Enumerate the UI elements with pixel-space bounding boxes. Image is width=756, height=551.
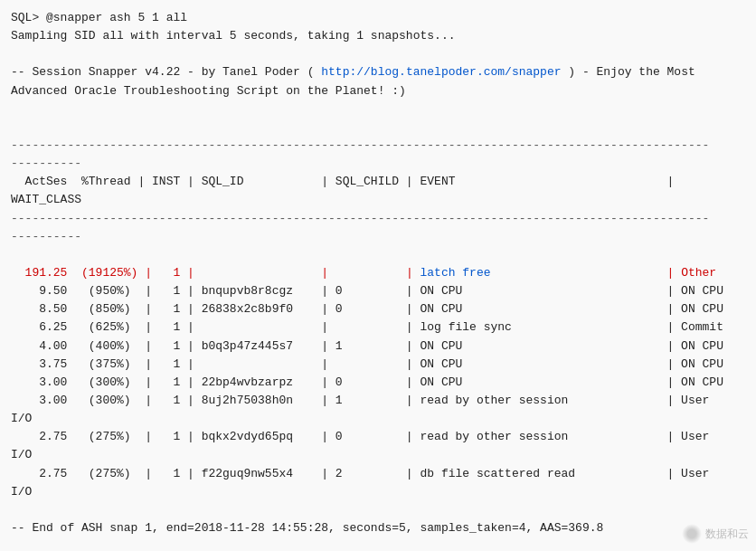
table-header-2: WAIT_CLASS	[11, 191, 745, 209]
pct-highlight: (19125%)	[81, 266, 137, 280]
data-row-10: 2.75 (275%) | 1 | f22guq9nw55x4 | 2 | db…	[11, 465, 745, 483]
table-header-1: ActSes %Thread | INST | SQL_ID | SQL_CHI…	[11, 173, 745, 191]
data-row-3: 8.50 (850%) | 1 | 26838x2c8b9f0 | 0 | ON…	[11, 300, 745, 318]
blank-line-3	[11, 119, 745, 137]
sampling-line: Sampling SID all with interval 5 seconds…	[11, 27, 745, 45]
footer-line: -- End of ASH snap 1, end=2018-11-28 14:…	[11, 519, 745, 537]
blank-line-1	[11, 45, 745, 63]
data-row-7: 3.00 (300%) | 1 | 22bp4wvbzarpz | 0 | ON…	[11, 374, 745, 392]
data-row-1: 191.25 (19125%) | 1 | | | latch free | O…	[11, 264, 745, 282]
data-row-8: 3.00 (300%) | 1 | 8uj2h75038h0n | 1 | re…	[11, 392, 745, 410]
cmd-line: SQL> @snapper ash 5 1 all	[11, 9, 745, 27]
separator-4: ----------	[11, 228, 745, 246]
url-link: http://blog.tanelpoder.com/snapper	[321, 65, 561, 79]
watermark-logo	[682, 524, 702, 544]
data-row-2: 9.50 (950%) | 1 | bnqupvb8r8cgz | 0 | ON…	[11, 282, 745, 300]
blank-line-4	[11, 246, 745, 264]
data-row-10b: I/O	[11, 483, 745, 501]
data-row-9b: I/O	[11, 446, 745, 464]
banner-line-2: Advanced Oracle Troubleshooting Script o…	[11, 82, 745, 100]
data-row-6: 3.75 (375%) | 1 | | | ON CPU | ON CPU	[11, 356, 745, 374]
data-row-8b: I/O	[11, 410, 745, 428]
terminal-window: SQL> @snapper ash 5 1 all Sampling SID a…	[0, 0, 756, 551]
data-row-4: 6.25 (625%) | 1 | | | log file sync | Co…	[11, 318, 745, 337]
separator-2: ----------	[11, 155, 745, 173]
blank-line-5	[11, 501, 745, 519]
watermark-text: 数据和云	[705, 527, 749, 542]
event-latch-free: latch free	[421, 266, 491, 280]
separator-1: ----------------------------------------…	[11, 137, 745, 155]
banner-line-1: -- Session Snapper v4.22 - by Tanel Pode…	[11, 63, 745, 81]
watermark: 数据和云	[682, 524, 749, 544]
separator-3: ----------------------------------------…	[11, 210, 745, 228]
data-row-5: 4.00 (400%) | 1 | b0q3p47z445s7 | 1 | ON…	[11, 337, 745, 356]
data-row-9: 2.75 (275%) | 1 | bqkx2vdyd65pq | 0 | re…	[11, 428, 745, 446]
blank-line-2	[11, 100, 745, 119]
